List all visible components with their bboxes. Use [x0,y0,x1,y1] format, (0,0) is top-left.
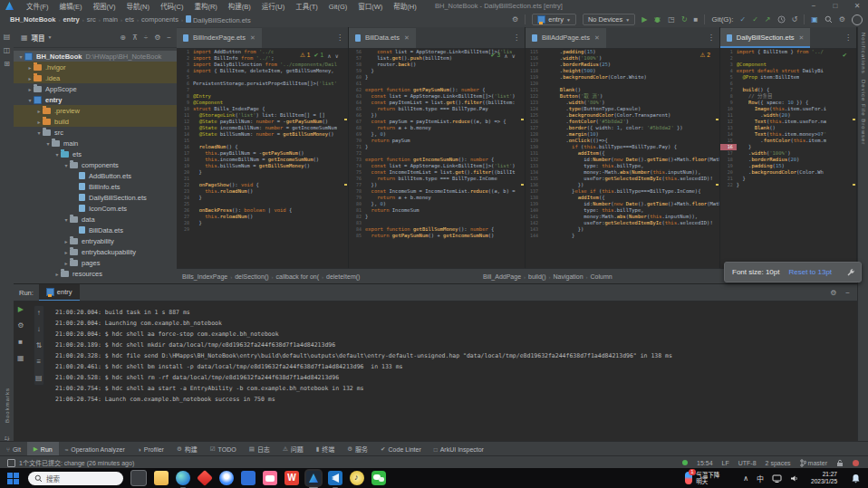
tree-item[interactable]: ▸.preview [14,105,177,116]
tree-item[interactable]: ▸entrybackupability [14,246,177,257]
encoding[interactable]: UTF-8 [738,460,757,466]
settings-icon[interactable]: ⚙ [154,33,160,42]
toolwindow-终端[interactable]: ▮终端 [310,442,342,456]
run-tab-entry[interactable]: entry [39,284,80,301]
tab-options-icon[interactable]: ⋮ [513,33,520,42]
toolwindow-profiler[interactable]: ◑Profiler [131,442,170,456]
toolwindow-todo[interactable]: ☑TODO [204,442,243,456]
toolwindow-git[interactable]: ⑂Git [0,442,27,456]
caret-position[interactable]: 15:54 [697,460,713,466]
reset-font-link[interactable]: Reset to 13pt [788,268,832,276]
toolwindow-问题[interactable]: ⚠问题 [276,442,310,456]
tree-chevron-icon[interactable]: ▸ [63,260,70,266]
dump-icon[interactable]: ▦ [17,354,24,362]
menu-item[interactable]: Git(G) [323,3,352,11]
breadcrumb-item[interactable]: Column [591,273,612,280]
volume-icon[interactable] [790,474,799,483]
line-ending[interactable]: LF [722,460,729,466]
taskbar-app-explorer[interactable] [154,471,169,485]
breadcrumb-item[interactable]: Navigation [553,273,583,280]
breadcrumb-item[interactable]: Bills_IndexPage [182,273,227,280]
indent-setting[interactable]: 2 spaces [766,460,791,466]
close-icon[interactable]: ✕ [799,34,805,42]
tree-chevron-icon[interactable]: ▸ [35,119,43,125]
breadcrumb-item[interactable]: entry [60,15,82,24]
code-editor[interactable]: 1import AddButton from '../c2import Bill… [177,49,348,268]
history-icon[interactable] [777,15,786,24]
minimize-icon[interactable]: − [803,2,825,10]
taskbar-app-task-view[interactable] [130,470,147,486]
tree-item[interactable]: ▸.hvigor [14,62,177,72]
tree-item[interactable]: IconCom.ets [14,203,177,214]
right-strip-label[interactable]: Notifications [861,33,866,74]
stop-icon[interactable]: ■ [18,338,23,346]
breadcrumb-item[interactable]: callback for on( [276,273,319,280]
menu-item[interactable]: 构建(B) [223,3,256,11]
tree-chevron-icon[interactable]: ▾ [17,53,24,60]
inspection-widget[interactable]: ⚠ 2 [700,52,710,59]
menu-item[interactable]: 重构(R) [188,3,222,11]
toolwindow-arkui-inspector[interactable]: □ArkUI Inspector [428,442,490,456]
toolwindow-服务[interactable]: ⚙服务 [341,442,374,456]
breadcrumb-item[interactable]: DailyBillSection.ets [183,15,254,24]
toolwindow-日志[interactable]: ▤日志 [243,442,276,456]
menu-item[interactable]: 编辑(E) [54,3,88,11]
down-stack-icon[interactable]: ↓ [37,325,41,333]
editor-tab[interactable]: DailyBillSection.ets✕ [720,28,811,48]
tree-chevron-icon[interactable]: ▾ [63,162,70,168]
tree-item[interactable]: AddButton.ets [14,170,177,181]
breadcrumb-item[interactable]: components [139,15,181,24]
run-console-log[interactable]: 21:00:20.004: build task in 1 s 887 ms21… [55,307,854,442]
next-issue-icon[interactable]: ∨ [335,53,339,59]
stop-icon[interactable]: ■ [694,15,699,24]
menu-item[interactable]: 运行(U) [256,3,290,11]
toolwindow-构建[interactable]: ⚙构建 [170,442,204,456]
menu-item[interactable]: 工具(T) [290,3,323,11]
tree-chevron-icon[interactable]: ▸ [26,75,34,81]
coverage-icon[interactable]: ◳ [668,15,675,24]
code-editor[interactable]: 1import { BillItem } from '../23@Compone… [720,49,856,268]
tree-item[interactable]: ▸resources [14,268,177,279]
tree-chevron-icon[interactable]: ▸ [26,86,34,92]
device-file-browser-icon[interactable]: ▣ [811,15,818,24]
tree-item[interactable]: ▾entry [14,94,177,105]
tree-chevron-icon[interactable]: ▸ [26,64,34,71]
tab-options-icon[interactable]: ⋮ [336,33,343,42]
tree-chevron-icon[interactable]: ▸ [35,108,43,114]
lock-icon[interactable] [836,459,844,467]
taskbar-app-music[interactable] [350,471,364,485]
inspection-widget[interactable]: ✔ [843,52,847,59]
notification-bell-icon[interactable] [851,474,861,483]
scroll-end-icon[interactable]: ≡ [36,358,41,366]
tree-item[interactable]: ▾BH_NoteBookD:\HWapp\BH_NoteBook [14,51,177,62]
tree-chevron-icon[interactable]: ▾ [35,129,43,136]
tree-chevron-icon[interactable]: ▾ [63,216,70,223]
inspection-widget[interactable]: ✔ 3∧∨ [490,52,516,59]
tree-item[interactable]: ▾ets [14,148,177,159]
tree-item[interactable]: ▾main [14,138,177,148]
tree-item[interactable]: ▾components [14,159,177,170]
commit-icon[interactable]: ◫ [0,46,14,54]
editor-tab[interactable]: BillIndexPage.ets✕ [177,28,262,48]
tree-item[interactable]: ▸AppScope [14,83,177,94]
tab-options-icon[interactable]: ⋮ [844,33,852,42]
tree-item[interactable]: BillData.ets [14,225,177,235]
tree-chevron-icon[interactable]: ▾ [26,97,34,103]
display-icon[interactable] [772,474,782,483]
close-icon[interactable]: ✕ [594,34,600,42]
vcs-commit-icon[interactable]: ✓ [752,15,758,24]
menu-item[interactable]: 视图(V) [88,3,121,11]
toolwindow-run[interactable]: ▶Run [27,442,59,456]
tree-item[interactable]: ▾data [14,214,177,225]
maximize-icon[interactable]: □ [825,2,846,10]
gear-icon[interactable]: ⚙ [839,15,845,24]
build-settings-icon[interactable]: ⚙ [17,321,24,330]
tree-item[interactable]: ▸.idea [14,72,177,83]
inspection-widget[interactable]: ⚠ 1✔ 1∧∨ [300,52,339,59]
structure-icon[interactable]: ⊞ [0,60,14,68]
taskbar-clock[interactable]: 21:27 2023/1/25 [811,471,837,485]
breadcrumb-item[interactable]: delSection() [235,273,268,280]
taskbar-search[interactable]: 搜索 [28,472,123,485]
settings-icon[interactable]: ⚙ [512,15,518,24]
weather-widget[interactable]: 1 气温下降 明天 [685,472,719,484]
